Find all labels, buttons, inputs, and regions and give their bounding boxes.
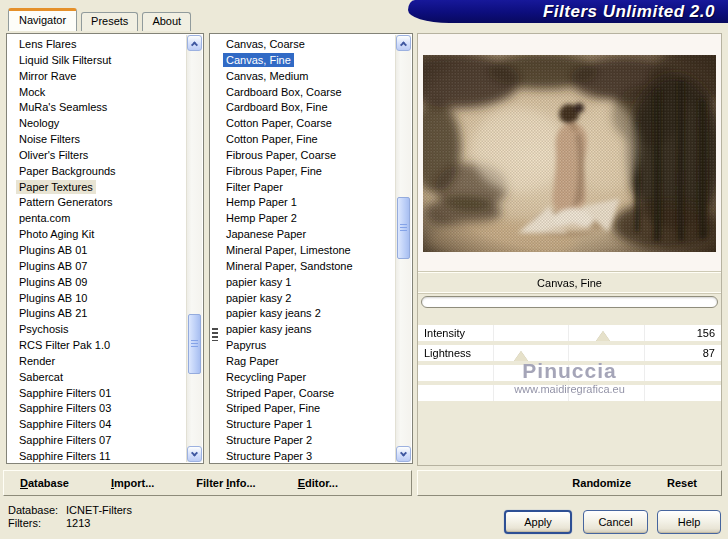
list-item[interactable]: Mirror Rave [8,69,186,85]
scroll-thumb[interactable] [397,197,410,259]
filter-info-button[interactable]: Filter Info... [196,477,255,489]
title-banner: Filters Unlimited 2.0 [408,0,728,23]
list-item[interactable]: Lens Flares [8,37,186,53]
scroll-thumb[interactable] [188,314,201,374]
list-item[interactable]: Oliver's Filters [8,148,186,164]
list-item[interactable]: Sapphire Filters 11 [8,449,186,462]
filters-count-label: Filters: [8,517,66,530]
slider-value: 87 [703,345,715,361]
list-item[interactable]: Sapphire Filters 01 [8,386,186,402]
left-toolbar: Database Import... Filter Info... Editor… [3,470,412,496]
list-item[interactable]: Rag Paper [211,354,395,370]
list-item[interactable]: RCS Filter Pak 1.0 [8,338,186,354]
list-item[interactable]: papier kasy jeans [211,322,395,338]
empty-slider-row [418,385,721,401]
scroll-up-button[interactable] [396,35,411,51]
help-button[interactable]: Help [657,510,721,534]
list-item[interactable]: Paper Textures [8,180,186,196]
editor-button[interactable]: Editor... [298,477,338,489]
list-item[interactable]: Canvas, Coarse [211,37,395,53]
list-item[interactable]: papier kasy 1 [211,275,395,291]
list-item[interactable]: Paper Backgrounds [8,164,186,180]
list-item[interactable]: Structure Paper 1 [211,417,395,433]
right-toolbar: Randomize Reset [417,470,722,496]
list-item[interactable]: Photo Aging Kit [8,227,186,243]
lightness-slider[interactable]: Lightness 87 [418,345,721,361]
list-item[interactable]: Sapphire Filters 04 [8,417,186,433]
list-item[interactable]: Fibrous Paper, Coarse [211,148,395,164]
list-item[interactable]: Mock [8,85,186,101]
navigator-list-items: Lens FlaresLiquid Silk FiltersutMirror R… [8,35,186,462]
slider-value: 156 [697,325,715,341]
filter-list-items: Canvas, CoarseCanvas, FineCanvas, Medium… [211,35,395,462]
grip-icon [400,224,407,233]
database-status-value: ICNET-Filters [66,504,132,517]
list-item[interactable]: Plugins AB 09 [8,275,186,291]
list-item[interactable]: Cotton Paper, Coarse [211,116,395,132]
list-item[interactable]: Noise Filters [8,132,186,148]
chevron-down-icon [191,449,198,456]
list-item[interactable]: Sabercat [8,370,186,386]
list-item[interactable]: Hemp Paper 2 [211,211,395,227]
list-item[interactable]: Recycling Paper [211,370,395,386]
list-item[interactable]: Canvas, Fine [211,53,395,69]
selected-filter-caption: Canvas, Fine [418,272,721,293]
list-item[interactable]: Mineral Paper, Sandstone [211,259,395,275]
list-item[interactable]: Fibrous Paper, Fine [211,164,395,180]
list-item[interactable]: Psychosis [8,322,186,338]
list-item[interactable]: Plugins AB 01 [8,243,186,259]
list-item[interactable]: Plugins AB 07 [8,259,186,275]
apply-button[interactable]: Apply [504,510,572,534]
list-item[interactable]: Striped Paper, Fine [211,401,395,417]
slider-label: Intensity [424,325,465,341]
list-item[interactable]: Mineral Paper, Limestone [211,243,395,259]
database-status-label: Database: [8,504,66,517]
empty-slider-row [418,365,721,381]
list-item[interactable]: papier kasy jeans 2 [211,306,395,322]
list-item[interactable]: papier kasy 2 [211,291,395,307]
tab-presets[interactable]: Presets [81,12,138,31]
list-item[interactable]: Striped Paper, Coarse [211,386,395,402]
list-item[interactable]: Hemp Paper 1 [211,195,395,211]
list-item[interactable]: Pattern Generators [8,195,186,211]
randomize-button[interactable]: Randomize [572,477,631,489]
tab-about[interactable]: About [142,12,191,31]
list-item[interactable]: Structure Paper 2 [211,433,395,449]
scroll-down-button[interactable] [396,446,411,462]
reset-button[interactable]: Reset [667,477,697,489]
scroll-down-button[interactable] [187,446,202,462]
list-item[interactable]: Cardboard Box, Fine [211,100,395,116]
list-item[interactable]: Sapphire Filters 03 [8,401,186,417]
list-item[interactable]: Cardboard Box, Coarse [211,85,395,101]
list-item[interactable]: Neology [8,116,186,132]
filter-list: Canvas, CoarseCanvas, FineCanvas, Medium… [209,33,413,464]
tab-bar: Navigator Presets About [8,7,195,31]
list-item[interactable]: Japanese Paper [211,227,395,243]
list-item[interactable]: penta.com [8,211,186,227]
preview-panel: Canvas, Fine Intensity 156 Lightness 87 … [417,33,722,466]
list-item[interactable]: Plugins AB 21 [8,306,186,322]
database-button[interactable]: Database [20,477,69,489]
navigator-scrollbar[interactable] [186,35,202,462]
list-item[interactable]: Structure Paper 3 [211,449,395,462]
status-bar: Database:ICNET-Filters Filters:1213 [8,504,132,530]
slider-thumb[interactable] [514,351,528,361]
cancel-button[interactable]: Cancel [583,510,648,534]
intensity-slider[interactable]: Intensity 156 [418,325,721,341]
list-item[interactable]: Papyrus [211,338,395,354]
list-item[interactable]: Plugins AB 10 [8,291,186,307]
filter-scrollbar[interactable] [395,35,411,462]
list-item[interactable]: Liquid Silk Filtersut [8,53,186,69]
list-item[interactable]: Filter Paper [211,180,395,196]
slider-thumb[interactable] [596,331,610,341]
chevron-up-icon [191,41,198,48]
tab-navigator[interactable]: Navigator [8,8,77,31]
import-button[interactable]: Import... [111,477,154,489]
list-item[interactable]: Sapphire Filters 07 [8,433,186,449]
list-item[interactable]: MuRa's Seamless [8,100,186,116]
scroll-up-button[interactable] [187,35,202,51]
list-item[interactable]: Cotton Paper, Fine [211,132,395,148]
list-item[interactable]: Canvas, Medium [211,69,395,85]
preview-image[interactable] [423,55,716,252]
list-item[interactable]: Render [8,354,186,370]
